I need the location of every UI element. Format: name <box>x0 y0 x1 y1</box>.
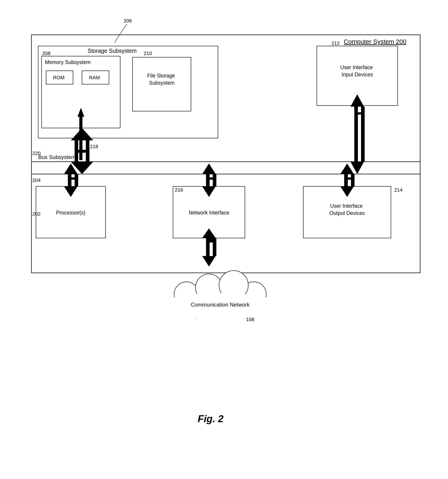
svg-point-45 <box>157 293 283 320</box>
svg-marker-32 <box>344 174 354 186</box>
ui-input-label: User Interface Input Devices <box>340 64 374 78</box>
svg-marker-34 <box>340 186 354 197</box>
svg-marker-21 <box>71 128 93 140</box>
ref-212: 212 <box>331 40 340 46</box>
svg-marker-31 <box>351 162 364 174</box>
computer-system-label: Computer System 200 <box>344 38 407 45</box>
svg-point-41 <box>174 282 199 306</box>
diagram-svg: Computer System 200 Storage Subsystem Me… <box>14 13 434 440</box>
network-interface-label: Network Interface <box>189 210 229 216</box>
svg-rect-14 <box>79 140 82 160</box>
svg-marker-26 <box>206 174 216 186</box>
ref-220: 220 <box>32 150 41 156</box>
ref-210: 210 <box>144 51 152 56</box>
ref-216: 216 <box>175 187 183 193</box>
svg-marker-12 <box>77 130 84 139</box>
svg-marker-15 <box>77 162 84 171</box>
svg-rect-4 <box>82 71 109 84</box>
processors-label: Processor(s) <box>56 210 85 216</box>
memory-subsystem-label: Memory Subsystem <box>45 59 91 65</box>
svg-marker-37 <box>202 256 216 266</box>
svg-marker-29 <box>354 107 365 162</box>
ref-206: 206 <box>123 18 132 24</box>
file-storage-label: File Storage Subsystem <box>147 73 176 86</box>
svg-rect-1 <box>38 46 218 138</box>
svg-marker-35 <box>206 238 216 256</box>
svg-rect-16 <box>79 117 82 139</box>
svg-point-40 <box>227 287 258 319</box>
bus-subsystem-label: Bus Subsystem <box>38 154 76 160</box>
ref-202: 202 <box>32 211 41 217</box>
diagram-container: Computer System 200 Storage Subsystem Me… <box>14 13 434 440</box>
ui-output-label: User Interface Output Devices <box>329 203 365 216</box>
svg-marker-25 <box>64 186 77 197</box>
svg-marker-36 <box>202 228 216 238</box>
svg-point-39 <box>182 287 213 319</box>
svg-point-44 <box>219 271 248 300</box>
svg-rect-9 <box>173 186 245 238</box>
svg-rect-3 <box>46 71 73 84</box>
svg-marker-23 <box>68 174 78 186</box>
rom-label: ROM <box>53 75 64 80</box>
svg-marker-28 <box>202 186 216 197</box>
ref-108: 108 <box>246 317 254 322</box>
ref-208: 208 <box>42 51 51 56</box>
svg-marker-20 <box>75 140 89 162</box>
ref-218: 218 <box>90 144 98 149</box>
ref-214: 214 <box>394 187 403 193</box>
svg-marker-24 <box>64 164 77 174</box>
svg-point-38 <box>202 281 238 317</box>
ram-label: RAM <box>89 75 100 80</box>
svg-rect-6 <box>317 46 398 106</box>
svg-rect-7 <box>303 186 391 238</box>
svg-rect-2 <box>41 56 120 128</box>
svg-marker-30 <box>351 94 364 107</box>
svg-point-42 <box>242 282 266 306</box>
svg-rect-0 <box>31 35 420 273</box>
storage-subsystem-label: Storage Subsystem <box>88 48 137 54</box>
svg-marker-17 <box>77 108 84 117</box>
svg-point-43 <box>196 274 222 301</box>
figure-label: Fig. 2 <box>198 413 224 424</box>
svg-marker-27 <box>202 164 216 174</box>
svg-rect-8 <box>36 186 106 238</box>
ref-204: 204 <box>32 177 41 183</box>
svg-marker-13 <box>77 139 84 140</box>
svg-rect-5 <box>133 57 191 111</box>
comm-network-label: Communication Network <box>191 302 250 308</box>
svg-marker-33 <box>340 164 354 174</box>
svg-marker-22 <box>71 162 93 174</box>
